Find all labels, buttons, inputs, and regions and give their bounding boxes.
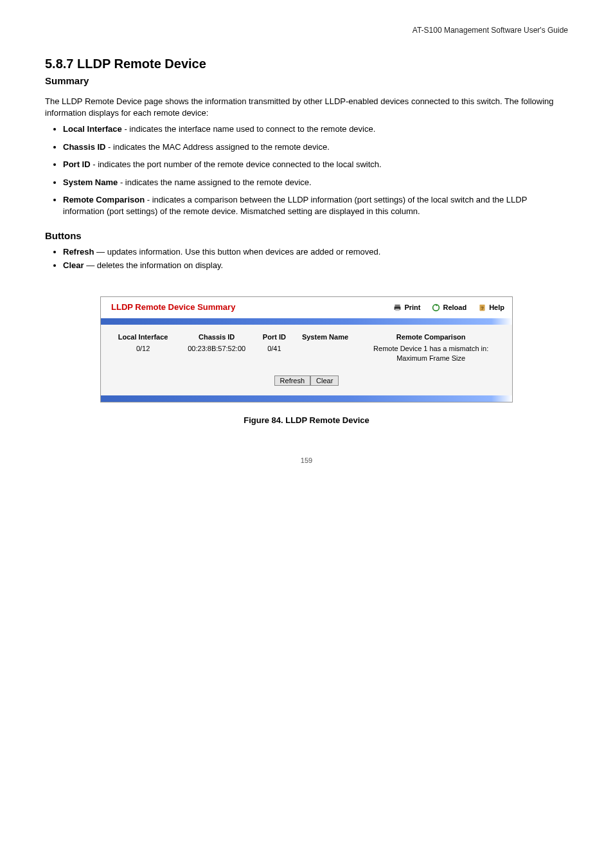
field-name: Local Interface <box>63 124 122 134</box>
help-icon: ? <box>478 303 486 312</box>
button-text: — deletes the information on display. <box>84 260 224 270</box>
col-local-interface: Local Interface <box>109 331 177 343</box>
panel-button-row: RefreshClear <box>109 375 504 386</box>
panel-actions: Print Reload ? Help <box>393 303 504 312</box>
help-label: Help <box>489 303 504 312</box>
buttons-list: Refresh — updates information. Use this … <box>45 246 568 271</box>
button-desc-clear: Clear — deletes the information on displ… <box>63 260 568 271</box>
field-desc: - indicates the name assigned to the rem… <box>118 177 311 187</box>
field-desc: - indicates the MAC Address assigned to … <box>105 142 329 152</box>
table-area: Local Interface Chassis ID Port ID Syste… <box>101 325 512 395</box>
print-label: Print <box>404 303 420 312</box>
figure-caption: Figure 84. LLDP Remote Device <box>45 415 568 426</box>
table-row: 0/12 00:23:8B:57:52:00 0/41 Remote Devic… <box>109 343 504 364</box>
svg-text:?: ? <box>481 305 484 311</box>
book-title: AT-S100 Management Software User's Guide <box>45 26 568 36</box>
col-port-id: Port ID <box>256 331 292 343</box>
panel-header: LLDP Remote Device Summary Print Reload <box>101 297 512 318</box>
field-desc: - indicates the interface name used to c… <box>122 124 376 134</box>
panel-title: LLDP Remote Device Summary <box>111 302 393 313</box>
field-name: Remote Comparison <box>63 195 145 204</box>
field-name: System Name <box>63 177 118 187</box>
blue-separator-top <box>101 318 512 325</box>
blue-separator-bottom <box>101 395 512 402</box>
print-icon <box>393 303 402 312</box>
button-text: — updates information. Use this button w… <box>94 247 380 257</box>
cell-remote-comparison: Remote Device 1 has a mismatch in: Maxim… <box>357 343 504 364</box>
cell-system-name <box>293 343 358 364</box>
field-name: Port ID <box>63 159 91 169</box>
field-port-id: Port ID - indicates the port number of t… <box>63 159 568 170</box>
svg-rect-2 <box>396 309 400 311</box>
button-name: Clear <box>63 260 84 270</box>
section-intro: The LLDP Remote Device page shows the in… <box>45 96 568 118</box>
rc-line1: Remote Device 1 has a mismatch in: <box>361 344 501 353</box>
reload-icon <box>432 303 440 312</box>
field-name: Chassis ID <box>63 142 105 152</box>
cell-chassis-id: 00:23:8B:57:52:00 <box>177 343 256 364</box>
buttons-heading: Buttons <box>45 230 568 242</box>
svg-rect-0 <box>395 305 400 307</box>
cell-port-id: 0/41 <box>256 343 292 364</box>
rc-line2: Maximum Frame Size <box>361 354 501 363</box>
lldp-table: Local Interface Chassis ID Port ID Syste… <box>109 331 504 364</box>
field-list: Local Interface - indicates the interfac… <box>45 123 568 217</box>
col-chassis-id: Chassis ID <box>177 331 256 343</box>
button-name: Refresh <box>63 247 94 257</box>
section-subtitle: Summary <box>45 75 568 87</box>
clear-button[interactable]: Clear <box>310 375 339 386</box>
help-button[interactable]: ? Help <box>478 303 504 312</box>
reload-button[interactable]: Reload <box>432 303 466 312</box>
field-system-name: System Name - indicates the name assigne… <box>63 177 568 188</box>
reload-label: Reload <box>443 303 466 312</box>
col-remote-comparison: Remote Comparison <box>357 331 504 343</box>
col-system-name: System Name <box>293 331 358 343</box>
field-remote-comparison: Remote Comparison - indicates a comparis… <box>63 194 568 217</box>
page-number: 159 <box>45 456 568 465</box>
print-button[interactable]: Print <box>393 303 420 312</box>
field-desc: - indicates the port number of the remot… <box>91 159 382 169</box>
cell-local-interface: 0/12 <box>109 343 177 364</box>
section-number: 5.8.7 LLDP Remote Device <box>45 55 568 72</box>
field-chassis-id: Chassis ID - indicates the MAC Address a… <box>63 141 568 153</box>
field-local-interface: Local Interface - indicates the interfac… <box>63 123 568 135</box>
lldp-remote-panel: LLDP Remote Device Summary Print Reload <box>100 296 513 402</box>
button-desc-refresh: Refresh — updates information. Use this … <box>63 246 568 258</box>
table-header-row: Local Interface Chassis ID Port ID Syste… <box>109 331 504 343</box>
refresh-button[interactable]: Refresh <box>274 375 311 386</box>
